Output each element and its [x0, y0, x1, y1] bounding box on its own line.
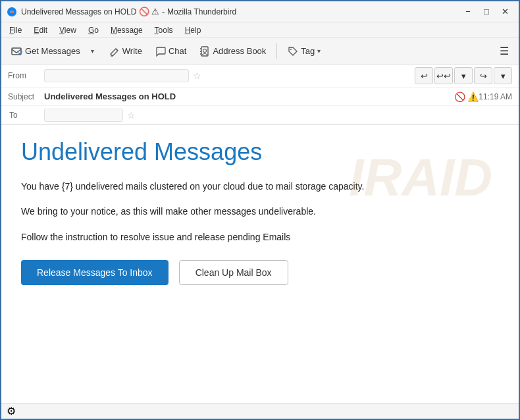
- email-content: IRAID Undelivered Messages You have {7} …: [1, 125, 519, 403]
- toolbar-separator: [276, 43, 277, 59]
- menu-tools[interactable]: Tools: [149, 24, 178, 36]
- title-bar: Undelivered Messages on HOLD 🚫 ⚠ - Mozil…: [1, 1, 519, 22]
- title-bar-controls: − □ ✕: [459, 3, 513, 20]
- menu-bar: File Edit View Go Message Tools Help: [1, 22, 519, 38]
- hamburger-menu-button[interactable]: ☰: [494, 41, 515, 62]
- from-row: From ☆ ↩ ↩↩ ▾ ↪ ▾: [1, 65, 519, 88]
- subject-value: Undelivered Messages on HOLD: [44, 92, 450, 101]
- dropdown-arrow-icon: ▾: [91, 47, 94, 55]
- to-input: [44, 109, 123, 122]
- subject-icons: 🚫 ⚠️: [454, 92, 479, 102]
- email-header: From ☆ ↩ ↩↩ ▾ ↪ ▾ Subject Undeliver: [1, 65, 519, 125]
- from-input: [44, 69, 189, 82]
- scroll-down-button[interactable]: ▾: [454, 67, 473, 84]
- menu-go[interactable]: Go: [83, 24, 104, 36]
- menu-help[interactable]: Help: [180, 24, 207, 36]
- email-timestamp: 11:19 AM: [479, 92, 512, 101]
- write-label: Write: [122, 46, 142, 56]
- get-messages-label: Get Messages: [25, 46, 80, 56]
- email-paragraph-1: You have {7} undelivered mails clustered…: [21, 179, 499, 194]
- toolbar: Get Messages ▾ Write Chat Address Book: [1, 38, 519, 65]
- cleanup-mailbox-button[interactable]: Clean Up Mail Box: [179, 260, 288, 285]
- from-label: From: [8, 71, 44, 80]
- window-title: Undelivered Messages on HOLD 🚫 ⚠ - Mozil…: [21, 7, 236, 16]
- tag-icon: [288, 46, 298, 57]
- email-action-buttons: ↩ ↩↩ ▾ ↪ ▾: [415, 67, 512, 84]
- hamburger-icon: ☰: [500, 45, 509, 57]
- svg-point-9: [290, 49, 292, 50]
- to-row: To ☆: [1, 106, 519, 124]
- email-paragraph-3: Follow the instruction to resolve issue …: [21, 230, 499, 244]
- forward-icon: ↪: [480, 71, 487, 81]
- email-title: Undelivered Messages: [21, 138, 499, 166]
- close-button[interactable]: ✕: [496, 3, 513, 20]
- menu-message[interactable]: Message: [105, 24, 148, 36]
- no-entry-icon: 🚫: [454, 92, 465, 102]
- tag-button[interactable]: Tag ▾: [282, 43, 326, 59]
- write-icon: [109, 46, 120, 57]
- email-action-buttons-area: Release Messages To Inbox Clean Up Mail …: [21, 260, 499, 285]
- tag-label: Tag: [301, 46, 315, 56]
- minimize-button[interactable]: −: [459, 3, 477, 20]
- status-bar: ⚙: [1, 403, 519, 419]
- svg-point-1: [11, 11, 13, 13]
- tag-dropdown-icon: ▾: [317, 47, 321, 55]
- email-paragraph-2: We bring to your notice, as this will ma…: [21, 204, 499, 219]
- scroll-down-icon: ▾: [461, 71, 466, 81]
- status-icon: ⚙: [7, 405, 16, 417]
- menu-file[interactable]: File: [4, 24, 27, 36]
- to-label: To: [8, 111, 44, 120]
- chat-label: Chat: [169, 46, 186, 56]
- app-icon: [7, 7, 17, 17]
- forward-button[interactable]: ↪: [474, 67, 492, 84]
- menu-view[interactable]: View: [54, 24, 82, 36]
- chat-button[interactable]: Chat: [150, 43, 192, 59]
- reply-icon: ↩: [421, 71, 428, 81]
- address-book-button[interactable]: Address Book: [194, 43, 271, 59]
- reply-button[interactable]: ↩: [415, 67, 433, 84]
- reply-all-button[interactable]: ↩↩: [434, 67, 453, 84]
- subject-row: Subject Undelivered Messages on HOLD 🚫 ⚠…: [1, 88, 519, 106]
- warning-icon: ⚠️: [467, 92, 479, 102]
- release-messages-button[interactable]: Release Messages To Inbox: [21, 260, 169, 285]
- address-book-icon: [199, 46, 210, 57]
- more-actions-icon: ▾: [501, 71, 506, 81]
- chat-icon: [155, 46, 166, 57]
- get-messages-icon: [11, 45, 22, 57]
- get-messages-button[interactable]: Get Messages: [5, 43, 86, 60]
- reply-all-icon: ↩↩: [436, 71, 451, 81]
- svg-point-5: [203, 49, 207, 52]
- address-book-label: Address Book: [213, 46, 266, 56]
- write-button[interactable]: Write: [104, 43, 147, 59]
- from-star-icon[interactable]: ☆: [193, 70, 201, 81]
- more-actions-button[interactable]: ▾: [494, 67, 512, 84]
- to-star-icon[interactable]: ☆: [127, 110, 136, 120]
- menu-edit[interactable]: Edit: [28, 24, 53, 36]
- title-bar-left: Undelivered Messages on HOLD 🚫 ⚠ - Mozil…: [7, 7, 236, 17]
- maximize-button[interactable]: □: [478, 3, 495, 20]
- subject-label: Subject: [8, 92, 44, 101]
- get-messages-dropdown[interactable]: ▾: [88, 45, 101, 57]
